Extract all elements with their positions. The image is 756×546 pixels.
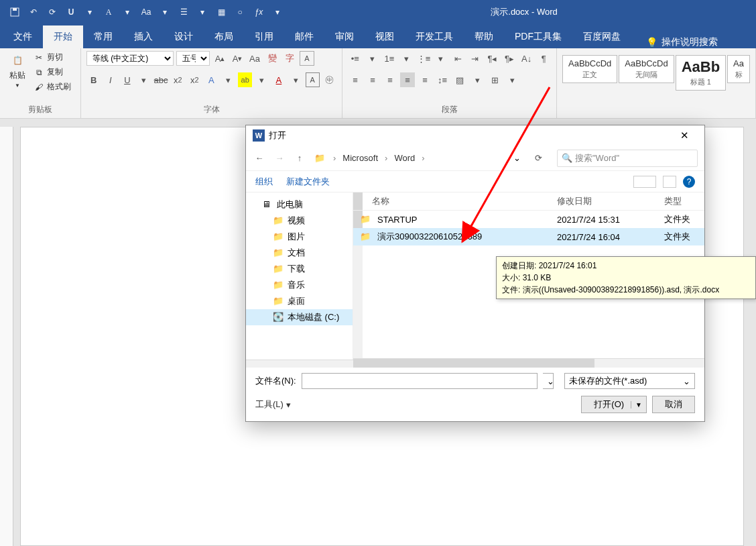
phonetic-icon[interactable]: 變: [265, 51, 279, 66]
tree-pictures[interactable]: 📁图片: [246, 229, 353, 245]
highlight-dropdown-icon[interactable]: ▾: [255, 72, 269, 87]
col-date[interactable]: 修改日期: [557, 195, 664, 207]
filename-dropdown[interactable]: ⌄: [543, 373, 554, 389]
file-row-startup[interactable]: 📁 STARTUP 2021/7/24 15:31 文件夹: [353, 211, 704, 228]
font-family-select[interactable]: 等线 (中文正文): [86, 51, 174, 66]
align-center-icon[interactable]: ≡: [365, 72, 380, 87]
tab-layout[interactable]: 布局: [204, 25, 244, 48]
forward-button[interactable]: →: [273, 153, 286, 163]
search-input[interactable]: 🔍 搜索"Word": [557, 150, 698, 167]
effects-dropdown-icon[interactable]: ▾: [221, 72, 235, 87]
tab-mail[interactable]: 邮件: [284, 25, 324, 48]
refresh-button[interactable]: ⟳: [531, 153, 545, 163]
align-left-icon[interactable]: ≡: [348, 72, 363, 87]
underline-icon[interactable]: U: [120, 72, 134, 87]
cut-button[interactable]: ✂剪切: [32, 51, 72, 64]
help-button[interactable]: ?: [683, 176, 695, 188]
tree-downloads[interactable]: 📁下载: [246, 261, 353, 277]
tree-this-pc[interactable]: 🖥此电脑: [246, 197, 353, 213]
chevron-down-icon[interactable]: ▾: [470, 72, 485, 87]
file-scrollbar-h[interactable]: [353, 358, 704, 368]
chevron-down-icon[interactable]: ▾: [399, 51, 414, 66]
back-button[interactable]: ←: [253, 153, 266, 163]
paste-button[interactable]: 📋 粘贴 ▼: [5, 51, 29, 90]
up-button[interactable]: ↑: [293, 153, 306, 163]
table-icon[interactable]: ▦: [214, 5, 228, 19]
tab-home[interactable]: 开始: [43, 25, 83, 48]
circled-icon[interactable]: ㊥: [322, 72, 336, 87]
tab-insert[interactable]: 插入: [123, 25, 164, 48]
enclose-icon[interactable]: A: [306, 72, 320, 87]
save-icon[interactable]: [8, 5, 21, 19]
strike-icon[interactable]: abc: [154, 72, 168, 87]
tree-music[interactable]: 📁音乐: [246, 277, 353, 293]
tab-view[interactable]: 视图: [365, 25, 405, 48]
highlight-icon[interactable]: ab: [238, 72, 252, 87]
shading-icon[interactable]: ▨: [452, 72, 467, 87]
undo-icon[interactable]: ↶: [27, 5, 40, 19]
change-case-icon[interactable]: Aa: [247, 51, 262, 66]
tab-devtools[interactable]: 开发工具: [405, 25, 464, 48]
pilcrow-icon[interactable]: ¶: [536, 51, 551, 66]
underline-icon[interactable]: U: [64, 5, 78, 19]
tree-scrollbar[interactable]: [246, 360, 353, 368]
shrink-font-icon[interactable]: A▾: [230, 51, 245, 66]
tab-baidu[interactable]: 百度网盘: [572, 25, 631, 48]
col-type[interactable]: 类型: [664, 195, 698, 207]
list-icon[interactable]: ☰: [177, 5, 190, 19]
new-folder-button[interactable]: 新建文件夹: [286, 176, 330, 188]
tools-dropdown[interactable]: 工具(L) ▾: [255, 398, 291, 411]
subscript-icon[interactable]: x2: [171, 72, 185, 87]
organize-button[interactable]: 组织: [255, 176, 273, 188]
indent-icon[interactable]: ⇥: [468, 51, 483, 66]
format-painter-button[interactable]: 🖌格式刷: [32, 80, 72, 93]
numbering-icon[interactable]: 1≡: [382, 51, 397, 66]
line-spacing-icon[interactable]: ↕≡: [435, 72, 450, 87]
qat-dropdown-icon[interactable]: ▾: [121, 5, 134, 19]
font-icon[interactable]: A: [102, 5, 115, 19]
justify-icon[interactable]: ≡: [400, 72, 415, 87]
copy-button[interactable]: ⧉复制: [32, 66, 72, 78]
underline-dropdown-icon[interactable]: ▾: [137, 72, 151, 87]
borders-icon[interactable]: ⊞: [487, 72, 502, 87]
view-options-button[interactable]: [633, 176, 656, 188]
outdent-icon[interactable]: ⇤: [450, 51, 465, 66]
sort-icon[interactable]: A↓: [519, 51, 534, 66]
tree-desktop[interactable]: 📁桌面: [246, 293, 353, 309]
qat-dropdown-icon[interactable]: ▾: [83, 5, 97, 19]
rtl-icon[interactable]: ¶▸: [502, 51, 517, 66]
style-normal[interactable]: AaBbCcDd 正文: [562, 55, 617, 83]
font-color-dropdown-icon[interactable]: ▾: [289, 72, 303, 87]
filename-input[interactable]: [302, 373, 538, 389]
bullets-icon[interactable]: •≡: [348, 51, 363, 66]
font-color-icon[interactable]: A: [271, 72, 286, 87]
tab-common[interactable]: 常用: [83, 25, 123, 48]
col-name[interactable]: 名称: [360, 195, 557, 207]
tell-me-search[interactable]: 💡 操作说明搜索: [638, 36, 726, 48]
style-no-spacing[interactable]: AaBbCcDd 无间隔: [619, 55, 674, 83]
text-effects-icon[interactable]: A: [204, 72, 218, 87]
multilevel-icon[interactable]: ⋮≡: [416, 51, 431, 66]
clear-format-icon[interactable]: A: [300, 51, 314, 66]
tree-documents[interactable]: 📁文档: [246, 245, 353, 261]
case-icon[interactable]: Aa: [139, 5, 153, 19]
tab-pdf[interactable]: PDF工具集: [504, 25, 572, 48]
qat-more-icon[interactable]: ▾: [271, 5, 284, 19]
crumb-word[interactable]: Word: [394, 153, 415, 163]
open-button[interactable]: 打开(O) ▼: [581, 396, 647, 413]
chevron-down-icon[interactable]: ▾: [434, 51, 448, 66]
tab-help[interactable]: 帮助: [464, 25, 504, 48]
ltr-icon[interactable]: ¶◂: [485, 51, 500, 66]
qat-dropdown-icon[interactable]: ▾: [196, 5, 209, 19]
qat-dropdown-icon[interactable]: ▾: [158, 5, 172, 19]
preview-pane-button[interactable]: [663, 176, 676, 188]
style-more[interactable]: Aa 标: [727, 55, 750, 83]
align-right-icon[interactable]: ≡: [383, 72, 397, 87]
tree-videos[interactable]: 📁视频: [246, 213, 353, 229]
font-size-select[interactable]: 五号: [176, 51, 210, 66]
crumb-microsoft[interactable]: Microsoft: [342, 153, 378, 163]
cancel-button[interactable]: 取消: [652, 396, 695, 413]
chevron-down-icon[interactable]: ▾: [365, 51, 380, 66]
distribute-icon[interactable]: ≡: [418, 72, 432, 87]
tab-file[interactable]: 文件: [3, 25, 43, 48]
